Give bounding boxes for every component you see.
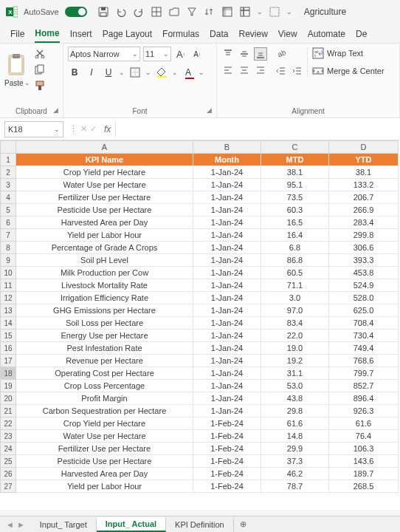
cell[interactable]: 1-Jan-24 — [193, 317, 261, 330]
name-box[interactable]: K18⌄ — [4, 121, 63, 137]
row-header[interactable]: 21 — [0, 405, 16, 417]
align-top-icon[interactable] — [221, 47, 235, 61]
row-header[interactable]: 10 — [0, 267, 16, 279]
fill-color-button[interactable] — [155, 66, 168, 79]
decrease-font-icon[interactable]: A↓ — [190, 47, 204, 61]
tab-developer[interactable]: De — [356, 29, 367, 42]
cell[interactable]: 76.4 — [329, 430, 399, 443]
cell[interactable]: KPI Name — [16, 154, 193, 166]
font-name-select[interactable]: Aptos Narrow⌄ — [68, 47, 140, 61]
align-right-icon[interactable] — [254, 64, 267, 77]
tab-formulas[interactable]: Formulas — [162, 29, 199, 42]
cell[interactable]: 78.7 — [261, 480, 329, 493]
cell[interactable]: 29.8 — [261, 405, 329, 417]
italic-button[interactable]: I — [85, 66, 98, 79]
row-header[interactable]: 18 — [0, 367, 16, 380]
cell[interactable]: 1-Feb-24 — [193, 417, 261, 430]
col-header-A[interactable]: A — [16, 140, 193, 154]
cell[interactable]: 53.0 — [261, 380, 329, 392]
grid-icon[interactable] — [151, 6, 162, 18]
cancel-icon[interactable]: ✕ — [80, 124, 87, 134]
cell[interactable]: Operating Cost per Hectare — [16, 367, 193, 380]
freeze-icon[interactable] — [239, 6, 251, 18]
add-sheet-button[interactable]: ⊕ — [234, 519, 252, 529]
chevron-down-icon[interactable]: ⌄ — [286, 8, 292, 16]
underline-button[interactable]: U — [102, 66, 115, 79]
sheet-tab-input-actual[interactable]: Input_ Actual — [97, 517, 166, 532]
chevron-down-icon[interactable]: ⌄ — [257, 8, 263, 16]
row-header[interactable]: 15 — [0, 330, 16, 342]
cell[interactable]: 38.1 — [329, 166, 399, 179]
cell[interactable]: 1-Jan-24 — [193, 279, 261, 292]
select-all-corner[interactable] — [0, 140, 16, 154]
row-header[interactable]: 8 — [0, 242, 16, 254]
cell[interactable]: 1-Jan-24 — [193, 204, 261, 216]
paste-icon[interactable] — [4, 52, 30, 78]
tab-view[interactable]: View — [278, 29, 297, 42]
cell[interactable]: 1-Jan-24 — [193, 367, 261, 380]
cell[interactable]: Yield per Labor Hour — [16, 229, 193, 242]
sheet-tab-input-target[interactable]: Input_ Target — [31, 518, 97, 531]
cell[interactable]: MTD — [261, 154, 329, 166]
row-header[interactable]: 9 — [0, 254, 16, 267]
cell[interactable]: 1-Jan-24 — [193, 242, 261, 254]
cell[interactable]: 1-Jan-24 — [193, 179, 261, 191]
cell[interactable]: 768.6 — [329, 355, 399, 367]
row-header[interactable]: 6 — [0, 216, 16, 229]
col-header-D[interactable]: D — [329, 140, 399, 154]
filter-icon[interactable] — [186, 6, 198, 18]
cell[interactable]: Soil Loss per Hectare — [16, 317, 193, 330]
cell[interactable]: 1-Feb-24 — [193, 443, 261, 455]
tab-data[interactable]: Data — [210, 29, 228, 42]
cell[interactable]: Yield per Labor Hour — [16, 480, 193, 493]
cell[interactable]: 106.3 — [329, 443, 399, 455]
cell[interactable]: 1-Jan-24 — [193, 304, 261, 317]
cell[interactable]: YTD — [329, 154, 399, 166]
cell[interactable]: 453.8 — [329, 267, 399, 279]
cell[interactable]: 306.6 — [329, 242, 399, 254]
sheet-tab-kpi-definition[interactable]: KPI Definition — [166, 518, 234, 531]
save-icon[interactable] — [97, 6, 109, 18]
cell[interactable]: 14.8 — [261, 430, 329, 443]
cell[interactable]: 1-Feb-24 — [193, 480, 261, 493]
paste-label[interactable]: Paste⌄ — [4, 79, 30, 87]
cell[interactable]: 95.1 — [261, 179, 329, 191]
row-header[interactable]: 17 — [0, 355, 16, 367]
row-header[interactable]: 20 — [0, 392, 16, 405]
cell[interactable]: Pesticide Use per Hectare — [16, 204, 193, 216]
cell[interactable]: 73.5 — [261, 191, 329, 204]
cell[interactable]: 852.7 — [329, 380, 399, 392]
cell[interactable]: 86.8 — [261, 254, 329, 267]
align-left-icon[interactable] — [221, 64, 235, 77]
cell[interactable]: 1-Jan-24 — [193, 342, 261, 355]
chevron-down-icon[interactable]: ⌄ — [172, 69, 178, 76]
cell[interactable]: 3.0 — [261, 292, 329, 304]
row-header[interactable]: 14 — [0, 317, 16, 330]
cell[interactable]: 46.2 — [261, 468, 329, 480]
cell[interactable]: 60.5 — [261, 267, 329, 279]
cell[interactable]: 16.5 — [261, 216, 329, 229]
cut-icon[interactable] — [33, 47, 46, 60]
tab-page-layout[interactable]: Page Layout — [103, 29, 152, 42]
cell[interactable]: Month — [193, 154, 261, 166]
orientation-icon[interactable]: ab — [275, 47, 288, 60]
wrap-text-button[interactable]: abc Wrap Text — [312, 47, 385, 59]
autosave-toggle[interactable] — [65, 7, 87, 17]
cell[interactable]: 29.9 — [261, 443, 329, 455]
sort-icon[interactable] — [204, 6, 215, 18]
chevron-down-icon[interactable]: ⌄ — [119, 69, 125, 76]
tab-review[interactable]: Review — [238, 29, 267, 42]
row-header[interactable]: 5 — [0, 204, 16, 216]
cell[interactable]: 97.0 — [261, 304, 329, 317]
increase-indent-icon[interactable] — [291, 64, 304, 78]
cell[interactable]: 16.4 — [261, 229, 329, 242]
cell[interactable]: 1-Jan-24 — [193, 229, 261, 242]
chevron-down-icon[interactable]: ⋮ — [69, 124, 77, 134]
cell[interactable]: 133.2 — [329, 179, 399, 191]
cell[interactable]: 283.4 — [329, 216, 399, 229]
cell[interactable]: 708.4 — [329, 317, 399, 330]
row-header[interactable]: 16 — [0, 342, 16, 355]
cell[interactable]: Fertilizer Use per Hectare — [16, 191, 193, 204]
row-header[interactable]: 19 — [0, 380, 16, 392]
cell[interactable]: 896.4 — [329, 392, 399, 405]
